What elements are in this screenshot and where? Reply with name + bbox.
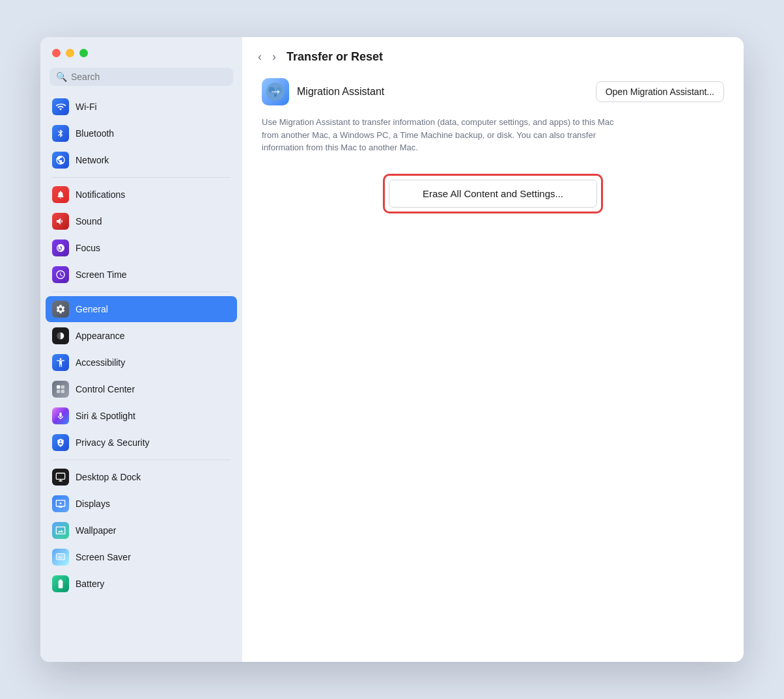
main-content: Migration Assistant Open Migration Assis… xyxy=(242,72,744,662)
sidebar-item-battery[interactable]: Battery xyxy=(46,571,237,597)
svg-rect-4 xyxy=(61,390,64,393)
sidebar-item-label-wallpaper: Wallpaper xyxy=(76,525,117,536)
erase-button-wrapper: Erase All Content and Settings... xyxy=(383,174,603,213)
traffic-lights xyxy=(52,49,88,57)
sidebar-item-screensaver[interactable]: Screen Saver xyxy=(46,544,237,570)
sidebar-list: Wi-Fi Bluetooth Network Notific xyxy=(40,94,242,662)
sidebar-item-network[interactable]: Network xyxy=(46,147,237,173)
sidebar-item-label-siri: Siri & Spotlight xyxy=(76,411,135,421)
screentime-icon xyxy=(52,266,69,283)
controlcenter-icon xyxy=(52,381,69,398)
page-title: Transfer or Reset xyxy=(287,50,383,64)
search-bar[interactable]: 🔍 xyxy=(49,68,233,86)
sidebar-item-label-displays: Displays xyxy=(76,499,110,509)
sidebar-item-general[interactable]: General xyxy=(46,296,237,322)
screensaver-icon xyxy=(52,549,69,566)
migration-assistant-label: Migration Assistant xyxy=(297,86,384,98)
sidebar-item-screentime[interactable]: Screen Time xyxy=(46,262,237,288)
back-button[interactable]: ‹ xyxy=(255,49,264,65)
open-migration-assistant-button[interactable]: Open Migration Assistant... xyxy=(596,81,724,102)
sidebar-item-label-screentime: Screen Time xyxy=(76,269,127,280)
sidebar-item-privacy[interactable]: Privacy & Security xyxy=(46,430,237,456)
sidebar-item-siri[interactable]: Siri & Spotlight xyxy=(46,403,237,429)
separator-3 xyxy=(52,459,231,460)
svg-rect-1 xyxy=(57,385,60,389)
sidebar-item-label-privacy: Privacy & Security xyxy=(76,437,150,448)
migration-description: Use Migration Assistant to transfer info… xyxy=(262,116,626,154)
sidebar-item-desktop[interactable]: Desktop & Dock xyxy=(46,464,237,490)
sidebar-item-focus[interactable]: Focus xyxy=(46,235,237,261)
sidebar-item-label-accessibility: Accessibility xyxy=(76,357,125,368)
notifications-icon xyxy=(52,186,69,203)
svg-rect-5 xyxy=(56,473,64,479)
separator-1 xyxy=(52,177,231,178)
sidebar-item-appearance[interactable]: Appearance xyxy=(46,323,237,349)
general-icon xyxy=(52,301,69,318)
svg-point-6 xyxy=(60,502,62,504)
sidebar-item-controlcenter[interactable]: Control Center xyxy=(46,376,237,402)
migration-row: Migration Assistant Open Migration Assis… xyxy=(262,78,724,105)
svg-rect-3 xyxy=(57,390,60,393)
main-titlebar: ‹ › Transfer or Reset xyxy=(242,37,744,72)
system-preferences-window: 🔍 Wi-Fi Bluetooth Network xyxy=(40,37,744,662)
sidebar-item-label-general: General xyxy=(76,304,108,314)
sidebar-item-label-bluetooth: Bluetooth xyxy=(76,128,114,139)
appearance-icon xyxy=(52,327,69,344)
sidebar-item-displays[interactable]: Displays xyxy=(46,491,237,517)
focus-icon xyxy=(52,240,69,256)
search-icon: 🔍 xyxy=(56,72,67,82)
sidebar-item-label-network: Network xyxy=(76,155,109,165)
network-icon xyxy=(52,152,69,169)
sound-icon xyxy=(52,213,69,230)
displays-icon xyxy=(52,495,69,512)
sidebar-item-accessibility[interactable]: Accessibility xyxy=(46,350,237,376)
battery-icon xyxy=(52,575,69,592)
svg-rect-2 xyxy=(61,385,64,389)
close-button[interactable] xyxy=(52,49,61,57)
titlebar xyxy=(40,37,242,64)
sidebar-item-label-wifi: Wi-Fi xyxy=(76,102,97,112)
accessibility-icon xyxy=(52,354,69,371)
search-input[interactable] xyxy=(71,72,227,82)
sidebar-item-wallpaper[interactable]: Wallpaper xyxy=(46,517,237,543)
main-panel: ‹ › Transfer or Reset xyxy=(242,37,744,662)
sidebar-item-label-focus: Focus xyxy=(76,243,100,253)
erase-all-content-button[interactable]: Erase All Content and Settings... xyxy=(389,180,597,208)
sidebar-item-label-screensaver: Screen Saver xyxy=(76,552,131,562)
migration-assistant-icon xyxy=(262,78,289,105)
desktop-icon xyxy=(52,469,69,486)
bluetooth-icon xyxy=(52,125,69,142)
sidebar-item-label-sound: Sound xyxy=(76,216,102,226)
privacy-icon xyxy=(52,434,69,451)
sidebar-item-label-desktop: Desktop & Dock xyxy=(76,472,141,482)
sidebar-item-bluetooth[interactable]: Bluetooth xyxy=(46,120,237,146)
sidebar-item-label-notifications: Notifications xyxy=(76,189,125,200)
sidebar: 🔍 Wi-Fi Bluetooth Network xyxy=(40,37,242,662)
separator-2 xyxy=(52,292,231,292)
migration-left: Migration Assistant xyxy=(262,78,384,105)
nav-arrows: ‹ › xyxy=(255,49,279,65)
forward-button[interactable]: › xyxy=(270,49,279,65)
wifi-icon xyxy=(52,98,69,115)
sidebar-item-label-battery: Battery xyxy=(76,579,104,589)
sidebar-item-wifi[interactable]: Wi-Fi xyxy=(46,94,237,120)
sidebar-item-sound[interactable]: Sound xyxy=(46,208,237,234)
sidebar-item-notifications[interactable]: Notifications xyxy=(46,182,237,208)
sidebar-item-label-controlcenter: Control Center xyxy=(76,384,135,394)
sidebar-item-label-appearance: Appearance xyxy=(76,331,125,341)
siri-icon xyxy=(52,407,69,424)
wallpaper-icon xyxy=(52,522,69,539)
fullscreen-button[interactable] xyxy=(79,49,88,57)
minimize-button[interactable] xyxy=(66,49,74,57)
